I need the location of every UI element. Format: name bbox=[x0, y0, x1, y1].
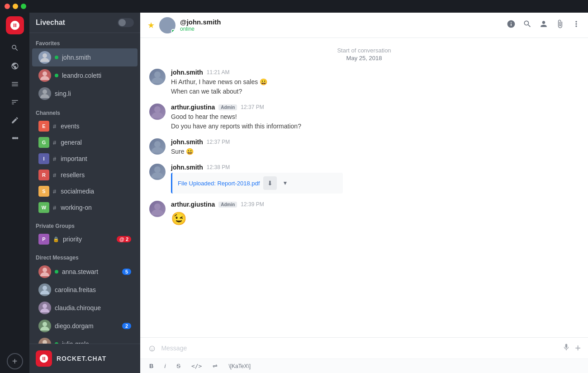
format-bold-button[interactable]: B bbox=[147, 362, 155, 370]
sidebar-header: Livechat bbox=[29, 13, 140, 33]
msg-avatar-arthur-1 bbox=[149, 104, 166, 120]
msg-avatar-john-3 bbox=[149, 164, 166, 180]
lock-icon-priority: 🔒 bbox=[53, 236, 59, 242]
msg-author-2: arthur.giustina bbox=[171, 104, 215, 111]
badge-diego: 2 bbox=[122, 323, 131, 329]
app-logo[interactable] bbox=[6, 16, 24, 34]
file-expand-button[interactable]: ▼ bbox=[280, 176, 289, 190]
sidebar-item-working-on[interactable]: W # working-on bbox=[32, 199, 138, 216]
message-1: john.smith 11:21 AM Hi Arthur, I have ne… bbox=[140, 65, 588, 100]
msg-header-2: arthur.giustina Admin 12:37 PM bbox=[171, 104, 579, 111]
sidebar-item-anna-stewart[interactable]: anna.stewart 5 bbox=[32, 263, 138, 281]
sidebar-title: Livechat bbox=[36, 19, 65, 27]
admin-badge-2: Admin bbox=[218, 104, 237, 110]
sidebar-item-events[interactable]: E # events bbox=[32, 118, 138, 134]
svg-point-6 bbox=[43, 322, 47, 326]
globe-nav-icon[interactable] bbox=[7, 58, 23, 74]
msg-header-3: john.smith 12:37 PM bbox=[171, 138, 579, 146]
msg-content-4: john.smith 12:38 PM File Uploaded: Repor… bbox=[171, 164, 579, 194]
header-status: online bbox=[180, 26, 502, 32]
more-nav-icon[interactable]: ••• bbox=[7, 130, 23, 146]
formatting-bar: B i S </> ⇌ \[KaTeX\] bbox=[140, 359, 588, 373]
sidebar-item-julia[interactable]: julia.grala bbox=[32, 335, 138, 344]
item-name-important: important bbox=[61, 155, 131, 162]
msg-content-2: arthur.giustina Admin 12:37 PM Good to h… bbox=[171, 104, 579, 131]
emoji-button[interactable]: ☺ bbox=[147, 343, 156, 354]
item-name-sing: sing.li bbox=[55, 90, 131, 97]
minimize-control[interactable] bbox=[13, 4, 18, 9]
svg-point-8 bbox=[164, 20, 171, 26]
avatar-sing bbox=[38, 87, 51, 100]
kebab-menu-icon[interactable] bbox=[572, 19, 581, 31]
format-strike-button[interactable]: S bbox=[175, 362, 182, 370]
format-latex-button[interactable]: \[KaTeX\] bbox=[227, 362, 252, 370]
channel-icon-important: I bbox=[38, 153, 49, 164]
sidebar-item-important[interactable]: I # important bbox=[32, 151, 138, 167]
star-button[interactable]: ★ bbox=[147, 20, 155, 30]
close-control[interactable] bbox=[5, 4, 10, 9]
message-5: arthur.giustina Admin 12:39 PM 😉 bbox=[140, 197, 588, 232]
date-label: May 25, 2018 bbox=[140, 55, 588, 61]
svg-point-1 bbox=[43, 71, 47, 76]
item-name-anna: anna.stewart bbox=[62, 268, 119, 275]
sidebar-item-general[interactable]: G # general bbox=[32, 134, 138, 151]
file-name: File Uploaded: Report-2018.pdf bbox=[178, 180, 260, 187]
file-upload: File Uploaded: Report-2018.pdf ⬇ ▼ bbox=[171, 173, 343, 194]
search-nav-icon[interactable] bbox=[7, 40, 23, 56]
info-icon[interactable] bbox=[507, 19, 516, 31]
item-name-julia: julia.grala bbox=[62, 340, 131, 344]
format-italic-button[interactable]: i bbox=[162, 362, 167, 370]
badge-priority: @ 2 bbox=[117, 236, 131, 242]
msg-content-5: arthur.giustina Admin 12:39 PM 😉 bbox=[171, 201, 579, 228]
favorites-section-title: Favorites bbox=[29, 37, 140, 48]
msg-text-1a: Hi Arthur, I have news on sales 😀 bbox=[171, 77, 579, 87]
sidebar-item-leandro[interactable]: leandro.coletti bbox=[32, 66, 138, 85]
message-input[interactable] bbox=[161, 345, 558, 352]
format-link-button[interactable]: ⇌ bbox=[211, 362, 219, 370]
sidebar-item-diego[interactable]: diego.dorgam 2 bbox=[32, 317, 138, 335]
sidebar-item-sing[interactable]: sing.li bbox=[32, 85, 138, 103]
header-info: @john.smith online bbox=[180, 18, 502, 32]
sidebar-item-carolina[interactable]: carolina.freitas bbox=[32, 281, 138, 299]
msg-text-5: 😉 bbox=[171, 209, 579, 228]
msg-content-3: john.smith 12:37 PM Sure 😀 bbox=[171, 138, 579, 156]
item-name-john-smith: john.smith bbox=[62, 54, 131, 61]
livechat-toggle[interactable] bbox=[118, 18, 134, 27]
sidebar-item-priority[interactable]: P 🔒 priority @ 2 bbox=[32, 231, 138, 247]
avatar-claudia bbox=[38, 302, 51, 314]
msg-avatar-john-2 bbox=[149, 138, 166, 155]
sidebar-footer: ROCKET.CHAT bbox=[29, 344, 140, 373]
maximize-control[interactable] bbox=[21, 4, 26, 9]
msg-author-5: arthur.giustina bbox=[171, 201, 215, 208]
add-button[interactable]: + bbox=[7, 353, 23, 369]
message-input-wrapper: ☺ + bbox=[140, 338, 588, 359]
menu-nav-icon[interactable] bbox=[7, 76, 23, 92]
item-name-working-on: working-on bbox=[61, 204, 131, 211]
file-download-button[interactable]: ⬇ bbox=[263, 176, 277, 190]
sidebar-item-claudia[interactable]: claudia.chiroque bbox=[32, 299, 138, 317]
members-icon[interactable] bbox=[539, 19, 548, 31]
item-name-diego: diego.dorgam bbox=[55, 322, 119, 330]
sidebar-item-resellers[interactable]: R # resellers bbox=[32, 167, 138, 183]
sidebar-item-socialmedia[interactable]: S # socialmedia bbox=[32, 183, 138, 199]
header-avatar bbox=[159, 17, 175, 33]
avatar-anna bbox=[38, 265, 51, 278]
sort-nav-icon[interactable] bbox=[7, 94, 23, 110]
mic-button[interactable] bbox=[562, 343, 570, 354]
search-header-icon[interactable] bbox=[523, 19, 532, 31]
attachment-icon[interactable] bbox=[555, 19, 564, 31]
format-code-button[interactable]: </> bbox=[190, 362, 204, 370]
sidebar-item-john-smith[interactable]: john.smith bbox=[32, 48, 138, 66]
main-chat: ★ @john.smith online bbox=[140, 13, 588, 373]
admin-badge-5: Admin bbox=[218, 202, 237, 208]
svg-point-4 bbox=[43, 286, 47, 290]
notification-badge bbox=[18, 19, 21, 23]
plus-button[interactable]: + bbox=[575, 342, 581, 354]
badge-anna: 5 bbox=[122, 269, 131, 275]
svg-point-12 bbox=[154, 166, 161, 173]
edit-nav-icon[interactable] bbox=[7, 112, 23, 128]
icon-bar: ••• + bbox=[0, 13, 29, 373]
status-dot-anna bbox=[55, 270, 58, 274]
item-name-claudia: claudia.chiroque bbox=[55, 304, 131, 312]
online-status-dot bbox=[171, 29, 175, 33]
